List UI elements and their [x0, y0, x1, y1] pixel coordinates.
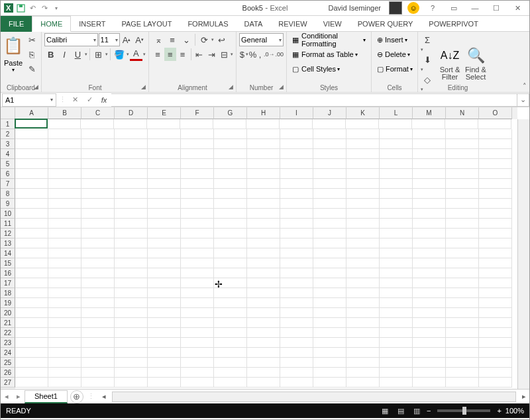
cell[interactable] — [380, 139, 413, 149]
cell[interactable] — [48, 288, 81, 298]
copy-icon[interactable]: ⎘ — [25, 48, 38, 61]
sort-filter-button[interactable]: A↓Z Sort & Filter — [437, 41, 462, 85]
cell[interactable] — [214, 248, 247, 258]
cell[interactable] — [413, 288, 446, 298]
column-header[interactable]: A — [15, 107, 48, 119]
cell[interactable] — [48, 308, 81, 318]
font-launcher-icon[interactable]: ◢ — [139, 83, 147, 91]
row-header[interactable]: 2 — [1, 129, 15, 139]
cell[interactable] — [313, 219, 346, 229]
number-launcher-icon[interactable]: ◢ — [277, 83, 285, 91]
cell[interactable] — [148, 139, 181, 149]
cell[interactable] — [247, 149, 280, 159]
column-header[interactable]: F — [181, 107, 214, 119]
cell[interactable] — [115, 358, 148, 368]
cell[interactable] — [148, 248, 181, 258]
cell[interactable] — [214, 159, 247, 169]
tab-page-layout[interactable]: PAGE LAYOUT — [113, 16, 180, 32]
cell[interactable] — [81, 308, 115, 318]
cell[interactable] — [148, 169, 181, 179]
cell[interactable] — [446, 318, 479, 328]
increase-indent-icon[interactable]: ⇥ — [205, 48, 217, 61]
underline-button[interactable]: U — [72, 48, 84, 61]
zoom-in-button[interactable]: + — [497, 407, 501, 415]
cell[interactable] — [15, 149, 48, 159]
row-header[interactable]: 25 — [1, 358, 15, 368]
cell[interactable] — [214, 258, 247, 268]
cell[interactable] — [380, 169, 413, 179]
font-name-combo[interactable]: Calibri▾ — [44, 33, 98, 46]
vertical-scrollbar[interactable] — [517, 119, 529, 389]
page-layout-view-icon[interactable]: ▤ — [395, 405, 407, 416]
cell[interactable] — [380, 298, 413, 308]
cell[interactable] — [148, 348, 181, 358]
cell[interactable] — [380, 209, 413, 219]
cell[interactable] — [148, 258, 181, 268]
cell[interactable] — [247, 219, 280, 229]
cell[interactable] — [115, 288, 148, 298]
emoji-icon[interactable]: ☺ — [407, 2, 419, 14]
cell[interactable] — [446, 229, 479, 238]
cell[interactable] — [346, 169, 380, 179]
cell[interactable] — [346, 328, 380, 338]
cell[interactable] — [115, 318, 148, 328]
cell[interactable] — [48, 129, 81, 139]
cell[interactable] — [15, 348, 48, 358]
cell[interactable] — [81, 258, 115, 268]
cell[interactable] — [181, 189, 214, 199]
cell[interactable] — [346, 238, 380, 248]
increase-decimal-icon[interactable]: .0→ — [264, 48, 275, 61]
cell[interactable] — [148, 199, 181, 209]
column-header[interactable]: O — [479, 107, 512, 119]
row-header[interactable]: 7 — [1, 179, 15, 189]
cell[interactable] — [148, 378, 181, 388]
cell[interactable] — [181, 288, 214, 298]
cell[interactable] — [148, 129, 181, 139]
cell[interactable] — [148, 298, 181, 308]
cell[interactable] — [280, 199, 313, 209]
cell[interactable] — [247, 189, 280, 199]
cell[interactable] — [413, 229, 446, 238]
cell[interactable] — [247, 248, 280, 258]
cell[interactable] — [48, 338, 81, 348]
fill-icon[interactable]: ⬇ — [421, 53, 434, 66]
cell[interactable] — [346, 129, 380, 139]
cell[interactable] — [81, 159, 115, 169]
row-header[interactable]: 20 — [1, 308, 15, 318]
cell[interactable] — [148, 238, 181, 248]
cell[interactable] — [214, 219, 247, 229]
cell[interactable] — [115, 189, 148, 199]
cell[interactable] — [181, 219, 214, 229]
cell[interactable] — [313, 348, 346, 358]
cell[interactable] — [247, 159, 280, 169]
cell[interactable] — [48, 278, 81, 288]
cell[interactable] — [346, 318, 380, 328]
page-break-view-icon[interactable]: ▥ — [411, 405, 423, 416]
cell[interactable] — [346, 179, 380, 189]
cell[interactable] — [81, 119, 114, 129]
cell[interactable] — [313, 139, 346, 149]
cell[interactable] — [479, 338, 512, 348]
cell[interactable] — [346, 358, 380, 368]
cell[interactable] — [48, 179, 81, 189]
name-box[interactable]: A1▾ — [2, 93, 56, 107]
bold-button[interactable]: B — [44, 48, 57, 61]
cell[interactable] — [214, 338, 247, 348]
tab-file[interactable]: FILE — [1, 16, 32, 32]
cell[interactable] — [148, 159, 181, 169]
cell[interactable] — [280, 159, 313, 169]
cell[interactable] — [380, 219, 413, 229]
cell[interactable] — [148, 268, 181, 278]
cell[interactable] — [81, 248, 115, 258]
cell[interactable] — [446, 169, 479, 179]
cell[interactable] — [246, 119, 280, 129]
cell[interactable] — [446, 328, 479, 338]
cell[interactable] — [81, 169, 115, 179]
column-header[interactable]: D — [115, 107, 148, 119]
align-top-icon[interactable]: ⌅ — [152, 33, 165, 46]
cell[interactable] — [247, 238, 280, 248]
cell[interactable] — [48, 159, 81, 169]
cell[interactable] — [280, 318, 313, 328]
cell[interactable] — [280, 238, 313, 248]
wrap-text-icon[interactable]: ↩ — [215, 33, 228, 46]
